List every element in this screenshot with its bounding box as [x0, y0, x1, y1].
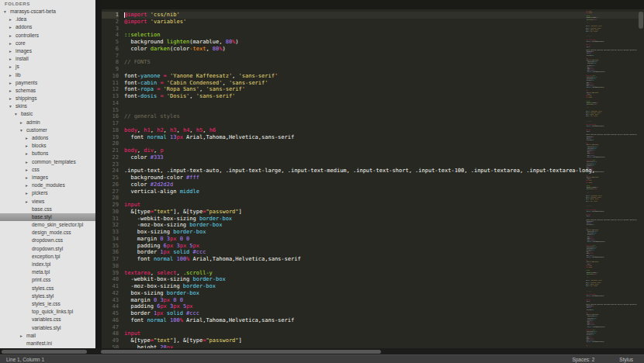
- code-line-41[interactable]: -moz-box-sizing border-box: [124, 283, 644, 290]
- tree-folder-images[interactable]: ▸images: [0, 174, 95, 182]
- code-line-2[interactable]: @import 'variables': [124, 19, 644, 26]
- tree-folder-buttons[interactable]: ▸buttons: [0, 150, 95, 157]
- tree-folder-customer[interactable]: ▾customer: [0, 126, 95, 134]
- code-line-10[interactable]: font-yanone = 'Yanone Kaffeesatz', 'sans…: [124, 73, 644, 80]
- folder-collapsed-icon[interactable]: ▸: [9, 40, 16, 47]
- tree-folder-install[interactable]: ▸install: [0, 55, 95, 63]
- code-line-49[interactable]: &[type="text"], &[type="password"]: [124, 337, 644, 344]
- minimap[interactable]: @import 'css/nib'@import 'variables'::se…: [586, 10, 638, 347]
- tree-folder-payments[interactable]: ▸payments: [0, 79, 95, 87]
- code-line-42[interactable]: box-sizing border-box: [124, 290, 644, 297]
- code-line-15[interactable]: [124, 107, 644, 114]
- folder-collapsed-icon[interactable]: ▸: [20, 332, 26, 340]
- code-line-37[interactable]: font normal 100% Arial,Tahoma,Helvetica,…: [124, 256, 644, 263]
- tree-folder-skins[interactable]: ▾skins: [0, 102, 95, 110]
- code-line-7[interactable]: [124, 53, 644, 60]
- code-line-16[interactable]: // general styles: [124, 113, 644, 120]
- tree-folder-mail[interactable]: ▸mail: [0, 332, 95, 340]
- folder-collapsed-icon[interactable]: ▸: [26, 198, 32, 206]
- tree-folder-marasys-cscart-beta[interactable]: ▾marasys-cscart-beta: [0, 8, 95, 16]
- code-line-28[interactable]: [124, 195, 644, 202]
- code-area[interactable]: @import 'css/nib'@import 'variables'::se…: [586, 180, 638, 264]
- folder-collapsed-icon[interactable]: ▸: [9, 47, 16, 55]
- tree-file-base.styl[interactable]: base.styl: [0, 213, 95, 221]
- indent-setting-button[interactable]: Spaces: 2: [572, 357, 594, 362]
- tree-folder-lib[interactable]: ▸lib: [0, 71, 95, 79]
- folder-expanded-icon[interactable]: ▾: [4, 8, 10, 16]
- editor-pane[interactable]: 1234567891011121314151617181920212223242…: [102, 0, 644, 348]
- tree-folder-js[interactable]: ▸js: [0, 63, 95, 71]
- code-line-17[interactable]: [124, 120, 644, 127]
- tree-folder-common_templates[interactable]: ▸common_templates: [0, 158, 95, 166]
- tree-folder-pickers[interactable]: ▸pickers: [0, 189, 95, 197]
- folder-collapsed-icon[interactable]: ▸: [9, 95, 16, 102]
- code-area[interactable]: @import 'css/nib'@import 'variables'::se…: [586, 95, 638, 179]
- code-line-9[interactable]: [124, 66, 644, 73]
- code-line-31[interactable]: -webkit-box-sizing border-box: [124, 216, 644, 223]
- tree-file-dropdown.styl[interactable]: dropdown.styl: [0, 245, 95, 253]
- tree-file-top_quick_links.tpl[interactable]: top_quick_links.tpl: [0, 308, 95, 316]
- tree-folder-node_modules[interactable]: ▸node_modules: [0, 182, 95, 189]
- folder-collapsed-icon[interactable]: ▸: [9, 87, 16, 95]
- code-line-38[interactable]: [124, 263, 644, 270]
- code-area[interactable]: @import 'css/nib'@import 'variables'::se…: [586, 264, 638, 347]
- code-line-19[interactable]: font normal 13px Arial,Tahoma,Helvetica,…: [124, 134, 644, 141]
- tree-file-base.css[interactable]: base.css: [0, 206, 95, 213]
- tree-file-demo_skin_selector.tpl[interactable]: demo_skin_selector.tpl: [0, 221, 95, 229]
- code-line-32[interactable]: -moz-box-sizing border-box: [124, 222, 644, 229]
- code-line-47[interactable]: [124, 324, 644, 331]
- code-line-39[interactable]: textarea, select, .scroll-y: [124, 270, 644, 277]
- code-line-22[interactable]: color #333: [124, 154, 644, 161]
- tree-file-manifest.ini[interactable]: manifest.ini: [0, 340, 95, 347]
- code-line-1[interactable]: @import 'css/nib': [124, 12, 644, 19]
- tree-file-dropdown.css[interactable]: dropdown.css: [0, 237, 95, 244]
- code-line-48[interactable]: input: [124, 330, 644, 337]
- code-line-44[interactable]: padding 6px 3px 5px: [124, 303, 644, 310]
- tree-folder-addons[interactable]: ▸addons: [0, 23, 95, 31]
- code-line-11[interactable]: font-cabin = 'Cabin Condensed', 'sans-se…: [124, 80, 644, 87]
- tree-folder-images[interactable]: ▸images: [0, 47, 95, 55]
- tree-folder-schemas[interactable]: ▸schemas: [0, 87, 95, 95]
- code-line-45[interactable]: border 1px solid #ccc: [124, 310, 644, 317]
- tree-folder-css[interactable]: ▸css: [0, 166, 95, 174]
- folder-collapsed-icon[interactable]: ▸: [26, 158, 32, 166]
- code-line-29[interactable]: input: [124, 202, 644, 209]
- sidebar-scrollbar-track[interactable]: [95, 0, 102, 348]
- tree-file-styles_ie.css[interactable]: styles_ie.css: [0, 300, 95, 308]
- code-line-13[interactable]: font-dosis = 'Dosis', 'sans-serif': [124, 93, 644, 100]
- tree-folder-basic[interactable]: ▾basic: [0, 110, 95, 118]
- tree-folder-.idea[interactable]: ▸.idea: [0, 16, 95, 23]
- editor-hscroll-thumb[interactable]: [101, 350, 381, 354]
- code-line-46[interactable]: font normal 100% Arial,Tahoma,Helvetica,…: [124, 317, 644, 324]
- code-line-26[interactable]: color #2d2d2d: [124, 182, 644, 188]
- tree-folder-addons[interactable]: ▸addons: [0, 134, 95, 142]
- code-line-6[interactable]: color darken(color-text, 80%): [124, 46, 644, 53]
- code-area[interactable]: @import 'css/nib'@import 'variables'::se…: [586, 10, 638, 95]
- code-line-43[interactable]: margin 0 3px 0 0: [124, 297, 644, 304]
- syntax-selector-button[interactable]: Stylus: [619, 357, 633, 362]
- tree-file-index.tpl[interactable]: index.tpl: [0, 261, 95, 268]
- code-line-18[interactable]: body, h1, h2, h3, h4, h5, h6: [124, 127, 644, 134]
- code-line-24[interactable]: .input-text, .input-text-auto, .input-te…: [124, 168, 644, 175]
- folder-collapsed-icon[interactable]: ▸: [9, 32, 16, 40]
- code-line-34[interactable]: margin 0 3px 0 0: [124, 236, 644, 243]
- editor-vertical-scrollbar-thumb[interactable]: [639, 12, 643, 29]
- code-area[interactable]: @import 'css/nib'@import 'variables'::se…: [124, 12, 644, 348]
- code-line-25[interactable]: background-color #fff: [124, 175, 644, 182]
- tree-file-styles.styl[interactable]: styles.styl: [0, 292, 95, 300]
- tree-folder-views[interactable]: ▸views: [0, 198, 95, 206]
- folder-expanded-icon[interactable]: ▾: [9, 102, 16, 110]
- folder-collapsed-icon[interactable]: ▸: [26, 174, 32, 182]
- code-line-20[interactable]: [124, 140, 644, 147]
- folder-collapsed-icon[interactable]: ▸: [9, 23, 16, 31]
- folder-collapsed-icon[interactable]: ▸: [9, 71, 16, 79]
- folder-collapsed-icon[interactable]: ▸: [20, 119, 26, 126]
- code-line-35[interactable]: padding 6px 3px 5px: [124, 243, 644, 250]
- code-line-23[interactable]: [124, 161, 644, 168]
- code-line-27[interactable]: vertical-align middle: [124, 188, 644, 195]
- code-line-14[interactable]: [124, 100, 644, 107]
- folder-collapsed-icon[interactable]: ▸: [26, 166, 32, 174]
- code-line-12[interactable]: font-ropa = 'Ropa Sans', 'sans-serif': [124, 86, 644, 93]
- folder-collapsed-icon[interactable]: ▸: [9, 16, 16, 23]
- folder-collapsed-icon[interactable]: ▸: [9, 79, 16, 87]
